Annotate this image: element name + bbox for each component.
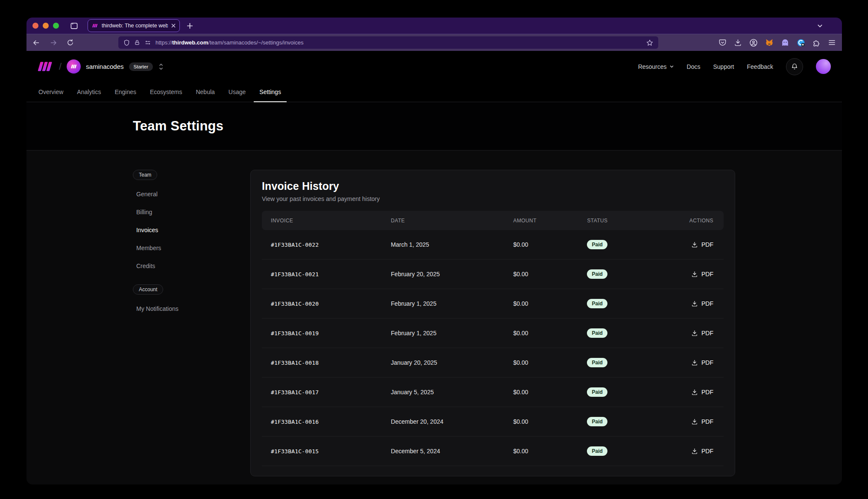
col-date: DATE xyxy=(382,218,504,224)
settings-sidebar: Team General Billing Invoices Members Cr… xyxy=(133,170,250,484)
breadcrumb: / saminacodes Starter xyxy=(37,59,164,74)
resources-menu[interactable]: Resources xyxy=(638,63,674,70)
table-row: #1F33BA1C-0016 December 20, 2024 $0.00 P… xyxy=(262,407,724,437)
invoice-number: #1F33BA1C-0021 xyxy=(262,271,382,278)
col-actions: ACTIONS xyxy=(675,218,724,224)
forward-icon[interactable] xyxy=(50,39,57,47)
page-title: Team Settings xyxy=(133,118,223,134)
invoice-amount: $0.00 xyxy=(504,359,578,366)
docs-link[interactable]: Docs xyxy=(687,63,701,70)
status-badge: Paid xyxy=(587,299,607,308)
metamask-icon[interactable] xyxy=(765,38,774,47)
team-name[interactable]: saminacodes xyxy=(86,63,123,70)
reload-icon[interactable] xyxy=(67,39,74,46)
browser-window: thirdweb: The complete web3 d xyxy=(26,18,842,484)
tab-list-chevron-icon[interactable] xyxy=(817,18,823,34)
zoom-window-button[interactable] xyxy=(53,23,59,29)
tab-nebula[interactable]: Nebula xyxy=(190,82,220,102)
status-badge: Paid xyxy=(587,240,607,249)
pdf-label: PDF xyxy=(701,359,713,366)
invoice-date: January 5, 2025 xyxy=(382,389,504,396)
download-pdf-button[interactable]: PDF xyxy=(691,418,713,425)
toolbar-extension-icons xyxy=(718,38,836,47)
menu-hamburger-icon[interactable] xyxy=(828,38,836,47)
phantom-wallet-icon[interactable] xyxy=(781,38,789,47)
browser-tab-bar: thirdweb: The complete web3 d xyxy=(26,18,842,34)
firefox-view-icon[interactable] xyxy=(70,22,78,30)
sidebar-item-my-notifications[interactable]: My Notifications xyxy=(133,300,250,318)
tab-usage[interactable]: Usage xyxy=(223,82,251,102)
tab-ecosystems[interactable]: Ecosystems xyxy=(144,82,188,102)
plan-badge: Starter xyxy=(129,62,153,71)
downloads-icon[interactable] xyxy=(734,38,742,47)
table-header: INVOICE DATE AMOUNT STATUS ACTIONS xyxy=(262,211,724,230)
minimize-window-button[interactable] xyxy=(43,23,49,29)
support-link[interactable]: Support xyxy=(713,63,734,70)
sidebar-section-account: Account xyxy=(133,284,163,295)
tracking-protection-shield-icon[interactable] xyxy=(123,39,130,46)
extensions-puzzle-icon[interactable] xyxy=(812,38,821,47)
tab-close-icon[interactable] xyxy=(171,24,176,28)
invoice-table: INVOICE DATE AMOUNT STATUS ACTIONS #1F33… xyxy=(262,211,724,466)
download-icon xyxy=(691,448,698,455)
status-badge: Paid xyxy=(587,446,607,456)
bookmark-star-icon[interactable] xyxy=(646,39,653,46)
invoice-amount: $0.00 xyxy=(504,300,578,307)
col-invoice: INVOICE xyxy=(262,218,382,224)
permissions-icon[interactable] xyxy=(144,40,151,46)
url-text: https://thirdweb.com/team/saminacodes/~/… xyxy=(155,39,642,46)
account-icon[interactable] xyxy=(749,38,758,47)
back-icon[interactable] xyxy=(32,39,40,47)
pdf-label: PDF xyxy=(701,330,713,337)
tab-settings[interactable]: Settings xyxy=(254,82,287,102)
download-pdf-button[interactable]: PDF xyxy=(691,241,713,248)
download-pdf-button[interactable]: PDF xyxy=(691,330,713,337)
invoice-date: December 5, 2024 xyxy=(382,448,504,455)
close-window-button[interactable] xyxy=(32,23,38,29)
download-pdf-button[interactable]: PDF xyxy=(691,271,713,278)
pdf-label: PDF xyxy=(701,271,713,278)
invoice-amount: $0.00 xyxy=(504,271,578,278)
download-pdf-button[interactable]: PDF xyxy=(691,300,713,307)
new-tab-button[interactable] xyxy=(187,23,193,29)
sidebar-item-billing[interactable]: Billing xyxy=(133,203,250,221)
col-status: STATUS xyxy=(578,218,675,224)
download-pdf-button[interactable]: PDF xyxy=(691,448,713,455)
sidebar-item-credits[interactable]: Credits xyxy=(133,257,250,275)
tab-analytics[interactable]: Analytics xyxy=(71,82,106,102)
resources-label: Resources xyxy=(638,63,667,70)
browser-tab[interactable]: thirdweb: The complete web3 d xyxy=(88,19,180,32)
notifications-bell-icon[interactable] xyxy=(786,58,803,75)
pdf-label: PDF xyxy=(701,448,713,455)
invoice-amount: $0.00 xyxy=(504,330,578,337)
pocket-icon[interactable] xyxy=(718,38,727,47)
lock-icon[interactable] xyxy=(134,39,140,46)
invoice-amount: $0.00 xyxy=(504,418,578,425)
feedback-link[interactable]: Feedback xyxy=(747,63,773,70)
user-avatar[interactable] xyxy=(816,59,831,74)
pdf-label: PDF xyxy=(701,300,713,307)
blue-extension-icon[interactable] xyxy=(797,38,805,47)
status-badge: Paid xyxy=(587,358,607,367)
sidebar-item-general[interactable]: General xyxy=(133,185,250,203)
url-bar[interactable]: https://thirdweb.com/team/saminacodes/~/… xyxy=(118,36,658,49)
download-icon xyxy=(691,241,698,248)
invoice-amount: $0.00 xyxy=(504,448,578,455)
invoice-date: February 1, 2025 xyxy=(382,330,504,337)
card-title: Invoice History xyxy=(262,180,724,192)
sidebar-item-members[interactable]: Members xyxy=(133,239,250,257)
dashboard-header: / saminacodes Starter Resources Docs S xyxy=(26,51,842,82)
thirdweb-logo[interactable] xyxy=(37,61,54,72)
download-pdf-button[interactable]: PDF xyxy=(691,359,713,366)
dashboard-tabs: Overview Analytics Engines Ecosystems Ne… xyxy=(26,82,842,102)
sidebar-item-invoices[interactable]: Invoices xyxy=(133,221,250,239)
sidebar-team-list: General Billing Invoices Members Credits xyxy=(133,185,250,275)
tab-overview[interactable]: Overview xyxy=(33,82,69,102)
screen: thirdweb: The complete web3 d xyxy=(0,0,868,499)
download-icon xyxy=(691,330,698,337)
team-switcher-chevron-icon[interactable] xyxy=(158,63,164,71)
download-pdf-button[interactable]: PDF xyxy=(691,389,713,396)
team-avatar[interactable] xyxy=(67,59,81,74)
tab-engines[interactable]: Engines xyxy=(109,82,142,102)
pdf-label: PDF xyxy=(701,241,713,248)
